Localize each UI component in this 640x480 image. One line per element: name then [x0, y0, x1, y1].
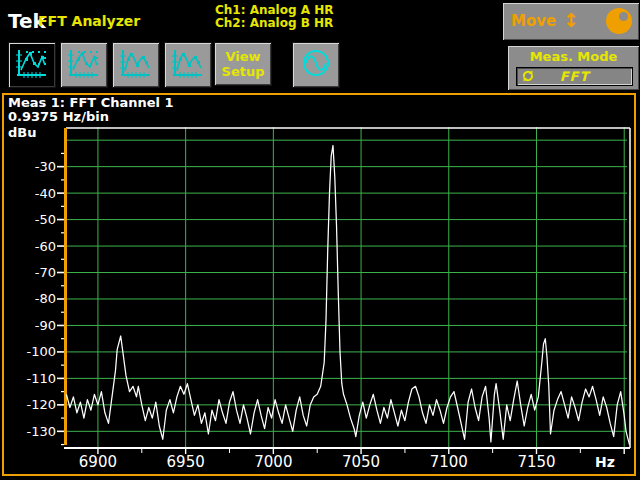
- signal-generator-button[interactable]: [292, 42, 340, 88]
- view-setup-label-line1: View: [215, 49, 271, 64]
- spectrum-thumbnail-icon: [169, 47, 207, 81]
- knob-icon: [606, 8, 632, 34]
- spectrum-thumbnail-icon: [117, 47, 155, 81]
- up-down-arrow-icon: ↕: [563, 9, 579, 31]
- knob-indicator-dot: [619, 12, 628, 21]
- ch2-label: Ch2: Analog B HR: [215, 17, 333, 30]
- waveform-view-button-1[interactable]: [8, 42, 56, 88]
- view-setup-label-line2: Setup: [215, 64, 271, 79]
- y-axis-unit-label: dBu: [8, 125, 36, 140]
- meas-mode-selector[interactable]: Meas. Mode FFT: [507, 45, 640, 91]
- move-label: Move: [511, 12, 556, 30]
- fft-analyzer-screen: Tek FFT Analyzer Ch1: Analog A HR Ch2: A…: [0, 0, 640, 480]
- waveform-view-button-4[interactable]: [164, 42, 212, 88]
- measurement-panel: [2, 93, 636, 476]
- waveform-view-button-2[interactable]: [60, 42, 108, 88]
- spectrum-thumbnail-icon: [65, 47, 103, 81]
- bin-resolution: 0.9375 Hz/bin: [8, 109, 109, 124]
- meas-mode-value: FFT: [517, 69, 632, 84]
- move-button[interactable]: Move ↕: [502, 2, 640, 41]
- meas-mode-label: Meas. Mode: [508, 49, 639, 64]
- spectrum-thumbnail-icon: [13, 47, 51, 81]
- app-title: FFT Analyzer: [38, 13, 140, 29]
- measurement-title: Meas 1: FFT Channel 1: [8, 95, 174, 110]
- view-setup-button[interactable]: View Setup: [214, 42, 272, 86]
- waveform-view-button-3[interactable]: [112, 42, 160, 88]
- channel-info: Ch1: Analog A HR Ch2: Analog B HR: [215, 4, 333, 30]
- sine-wave-icon: [297, 47, 335, 81]
- meas-mode-value-box: FFT: [516, 67, 633, 86]
